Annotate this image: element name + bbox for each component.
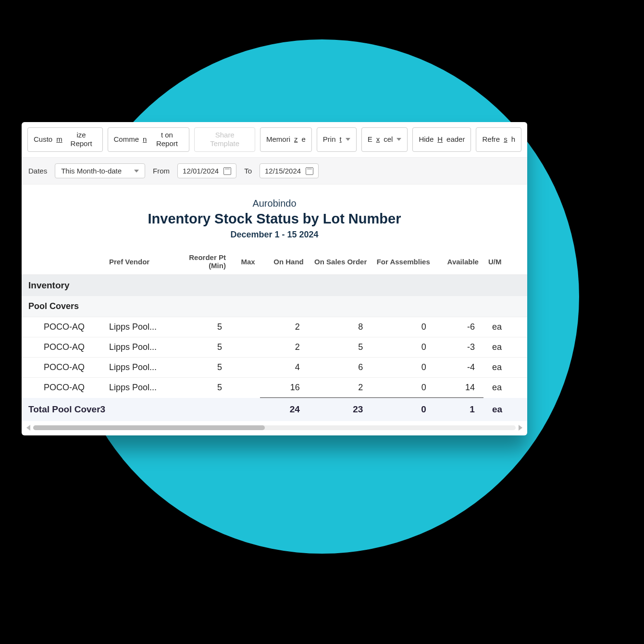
col-for-assemblies[interactable]: For Assemblies	[372, 248, 435, 275]
calendar-icon	[223, 167, 231, 175]
print-dropdown-button[interactable]: Print	[317, 127, 357, 152]
col-max[interactable]: Max	[231, 248, 260, 275]
customize-report-button[interactable]: Customize Report	[27, 127, 103, 152]
report-title: Inventory Stock Status by Lot Number	[22, 211, 527, 227]
calendar-icon	[306, 167, 313, 175]
to-date-value: 12/15/2024	[265, 167, 301, 175]
col-uom[interactable]: U/M	[483, 248, 518, 275]
share-template-button[interactable]: Share Template	[194, 127, 255, 152]
company-name: Aurobindo	[22, 198, 527, 209]
report-panel: Customize Report Comment on Report Share…	[22, 122, 527, 435]
from-date-input[interactable]: 12/01/2024	[177, 163, 236, 178]
toolbar: Customize Report Comment on Report Share…	[22, 122, 527, 152]
filter-bar: Dates This Month-to-date From 12/01/2024…	[22, 157, 527, 185]
from-label: From	[153, 167, 170, 175]
excel-dropdown-button[interactable]: Excel	[361, 127, 408, 152]
dates-label: Dates	[28, 167, 47, 175]
col-on-hand[interactable]: On Hand	[260, 248, 309, 275]
scroll-left-icon[interactable]	[26, 425, 30, 431]
table-row[interactable]: POCO-AQ Lipps Pool... 5 2 5 0 -3 ea	[22, 337, 527, 358]
chevron-down-icon	[134, 170, 139, 173]
chevron-down-icon	[396, 138, 401, 141]
memorize-button[interactable]: Memorize	[260, 127, 312, 152]
from-date-value: 12/01/2024	[183, 167, 219, 175]
date-preset-select[interactable]: This Month-to-date	[55, 163, 145, 178]
scroll-track[interactable]	[33, 425, 516, 430]
table-row[interactable]: POCO-AQ Lipps Pool... 5 16 2 0 14 ea	[22, 378, 527, 398]
table-header-row: Pref Vendor Reorder Pt (Min) Max On Hand…	[22, 248, 527, 275]
col-available[interactable]: Available	[435, 248, 483, 275]
section-inventory[interactable]: Inventory	[22, 275, 527, 297]
total-row: Total Pool Cover3 24 23 0 1 ea	[22, 398, 527, 421]
refresh-button[interactable]: Refresh	[476, 127, 521, 152]
to-date-input[interactable]: 12/15/2024	[260, 163, 319, 178]
hide-header-button[interactable]: Hide Header	[412, 127, 471, 152]
table-row[interactable]: POCO-AQ Lipps Pool... 5 4 6 0 -4 ea	[22, 358, 527, 378]
scroll-thumb[interactable]	[33, 425, 265, 430]
scroll-right-icon[interactable]	[519, 425, 522, 431]
chevron-down-icon	[346, 138, 350, 141]
report-period: December 1 - 15 2024	[22, 230, 527, 240]
horizontal-scrollbar[interactable]	[22, 421, 527, 435]
group-pool-covers[interactable]: Pool Covers	[22, 296, 527, 317]
to-label: To	[244, 167, 252, 175]
comment-on-report-button[interactable]: Comment on Report	[108, 127, 190, 152]
report-title-block: Aurobindo Inventory Stock Status by Lot …	[22, 185, 527, 248]
col-reorder[interactable]: Reorder Pt (Min)	[167, 248, 231, 275]
col-on-sales-order[interactable]: On Sales Order	[309, 248, 372, 275]
report-table: Pref Vendor Reorder Pt (Min) Max On Hand…	[22, 248, 527, 421]
table-row[interactable]: POCO-AQ Lipps Pool... 5 2 8 0 -6 ea	[22, 317, 527, 337]
date-preset-value: This Month-to-date	[61, 167, 122, 175]
col-pref-vendor[interactable]: Pref Vendor	[104, 248, 168, 275]
